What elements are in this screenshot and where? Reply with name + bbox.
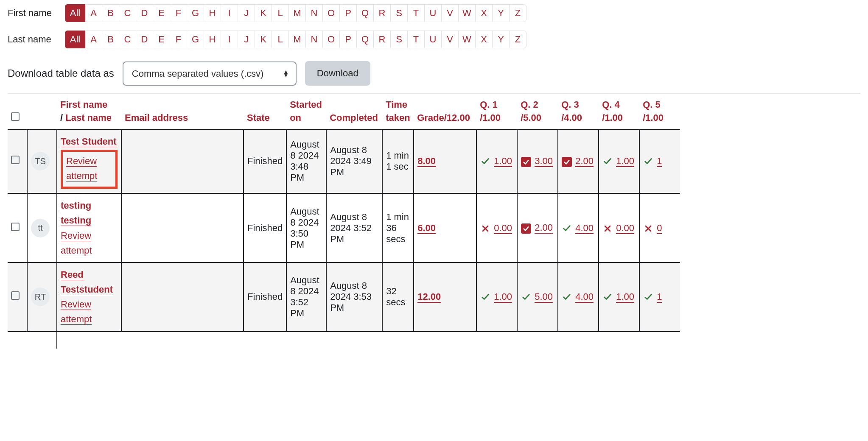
review-attempt-link[interactable]: Review attempt <box>66 156 97 181</box>
grade-link[interactable]: 12.00 <box>417 291 441 303</box>
filter-letter-s[interactable]: S <box>391 4 408 22</box>
filter-letter-u[interactable]: U <box>425 31 442 48</box>
filter-letter-m[interactable]: M <box>289 4 306 22</box>
filter-letter-q[interactable]: Q <box>357 4 374 22</box>
sort-q2[interactable]: Q. 2 /5.00 <box>521 99 541 123</box>
filter-letter-s[interactable]: S <box>391 31 408 48</box>
filter-letter-g[interactable]: G <box>187 31 204 48</box>
row-checkbox[interactable] <box>11 156 20 164</box>
download-button[interactable]: Download <box>305 61 370 86</box>
question-score-link[interactable]: 0 <box>657 223 662 234</box>
row-checkbox[interactable] <box>11 291 20 300</box>
filter-letter-d[interactable]: D <box>136 4 153 22</box>
question-score-link[interactable]: 4.00 <box>575 223 594 234</box>
filter-letter-l[interactable]: L <box>272 31 289 48</box>
filter-letter-p[interactable]: P <box>340 31 357 48</box>
filter-letter-y[interactable]: Y <box>493 31 510 48</box>
review-attempt-link[interactable]: Review attempt <box>61 299 92 325</box>
student-name-link[interactable]: Reed Teststudent <box>61 269 113 295</box>
sort-grade[interactable]: Grade/12.00 <box>417 112 470 123</box>
filter-letter-v[interactable]: V <box>442 4 459 22</box>
filter-letter-r[interactable]: R <box>374 4 391 22</box>
filter-letter-c[interactable]: C <box>119 31 136 48</box>
sort-first-name[interactable]: First name <box>60 99 107 110</box>
sort-q1[interactable]: Q. 1 /1.00 <box>480 99 501 123</box>
question-score-link[interactable]: 1.00 <box>494 291 512 303</box>
filter-letter-k[interactable]: K <box>255 31 272 48</box>
question-score-link[interactable]: 3.00 <box>535 156 553 167</box>
filter-letter-t[interactable]: T <box>408 31 425 48</box>
sort-last-name[interactable]: Last name <box>65 112 112 123</box>
grade-link[interactable]: 6.00 <box>417 223 436 234</box>
sort-completed[interactable]: Completed <box>330 112 378 123</box>
filter-letter-n[interactable]: N <box>306 31 323 48</box>
filter-letter-e[interactable]: E <box>153 31 170 48</box>
filter-letter-u[interactable]: U <box>425 4 442 22</box>
filter-letter-t[interactable]: T <box>408 4 425 22</box>
sort-q3[interactable]: Q. 3 /4.00 <box>561 99 582 123</box>
filter-letter-a[interactable]: A <box>85 31 102 48</box>
filter-letter-q[interactable]: Q <box>357 31 374 48</box>
grade-link[interactable]: 8.00 <box>417 156 436 167</box>
filter-letter-all[interactable]: All <box>65 31 85 48</box>
filter-letter-b[interactable]: B <box>102 4 119 22</box>
completed-cell: August 8 2024 3:52 PM <box>326 193 382 262</box>
filter-letter-p[interactable]: P <box>340 4 357 22</box>
student-name-link[interactable]: testing testing <box>61 200 91 226</box>
filter-letter-f[interactable]: F <box>170 31 187 48</box>
filter-letter-j[interactable]: J <box>238 4 255 22</box>
sort-state[interactable]: State <box>247 112 270 123</box>
filter-letter-a[interactable]: A <box>85 4 102 22</box>
filter-letter-z[interactable]: Z <box>510 31 526 48</box>
question-score-link[interactable]: 5.00 <box>535 291 553 303</box>
question-score-link[interactable]: 2.00 <box>535 222 553 234</box>
select-all-checkbox[interactable] <box>11 112 20 121</box>
partial-icon <box>521 157 531 167</box>
filter-letter-k[interactable]: K <box>255 4 272 22</box>
filter-letter-o[interactable]: O <box>323 31 340 48</box>
filter-letter-x[interactable]: X <box>476 4 493 22</box>
question-score-link[interactable]: 1 <box>657 156 662 167</box>
filter-letter-f[interactable]: F <box>170 4 187 22</box>
question-score-link[interactable]: 4.00 <box>575 291 594 303</box>
filter-letter-l[interactable]: L <box>272 4 289 22</box>
filter-letter-c[interactable]: C <box>119 4 136 22</box>
filter-letter-w[interactable]: W <box>459 31 476 48</box>
question-score-link[interactable]: 1.00 <box>616 156 634 167</box>
row-checkbox[interactable] <box>11 223 20 231</box>
sort-email[interactable]: Email address <box>125 112 188 123</box>
filter-letter-all[interactable]: All <box>65 4 85 22</box>
sort-q4[interactable]: Q. 4 /1.00 <box>602 99 623 123</box>
filter-letter-e[interactable]: E <box>153 4 170 22</box>
filter-letter-h[interactable]: H <box>204 4 221 22</box>
filter-letter-b[interactable]: B <box>102 31 119 48</box>
filter-letter-j[interactable]: J <box>238 31 255 48</box>
filter-letter-n[interactable]: N <box>306 4 323 22</box>
question-score-link[interactable]: 1.00 <box>616 291 634 303</box>
question-score-link[interactable]: 1.00 <box>494 156 512 167</box>
filter-letter-o[interactable]: O <box>323 4 340 22</box>
question-score-link[interactable]: 1 <box>657 291 662 303</box>
started-cell: August 8 2024 3:50 PM <box>286 193 326 262</box>
filter-letter-w[interactable]: W <box>459 4 476 22</box>
filter-letter-z[interactable]: Z <box>510 4 526 22</box>
filter-letter-x[interactable]: X <box>476 31 493 48</box>
review-attempt-link[interactable]: Review attempt <box>61 230 92 256</box>
filter-letter-g[interactable]: G <box>187 4 204 22</box>
question-score-link[interactable]: 0.00 <box>616 223 634 234</box>
question-score-link[interactable]: 0.00 <box>494 223 512 234</box>
sort-q5[interactable]: Q. 5 /1.00 <box>643 99 664 123</box>
student-name-link[interactable]: Test Student <box>61 136 117 147</box>
filter-letter-v[interactable]: V <box>442 31 459 48</box>
sort-started[interactable]: Started on <box>290 99 322 123</box>
filter-letter-y[interactable]: Y <box>493 4 510 22</box>
question-score-link[interactable]: 2.00 <box>575 156 594 167</box>
filter-letter-i[interactable]: I <box>221 31 238 48</box>
filter-letter-r[interactable]: R <box>374 31 391 48</box>
filter-letter-m[interactable]: M <box>289 31 306 48</box>
filter-letter-i[interactable]: I <box>221 4 238 22</box>
filter-letter-h[interactable]: H <box>204 31 221 48</box>
sort-time-taken[interactable]: Time taken <box>386 99 410 123</box>
download-format-select[interactable]: Comma separated values (.csv) <box>123 61 297 86</box>
filter-letter-d[interactable]: D <box>136 31 153 48</box>
